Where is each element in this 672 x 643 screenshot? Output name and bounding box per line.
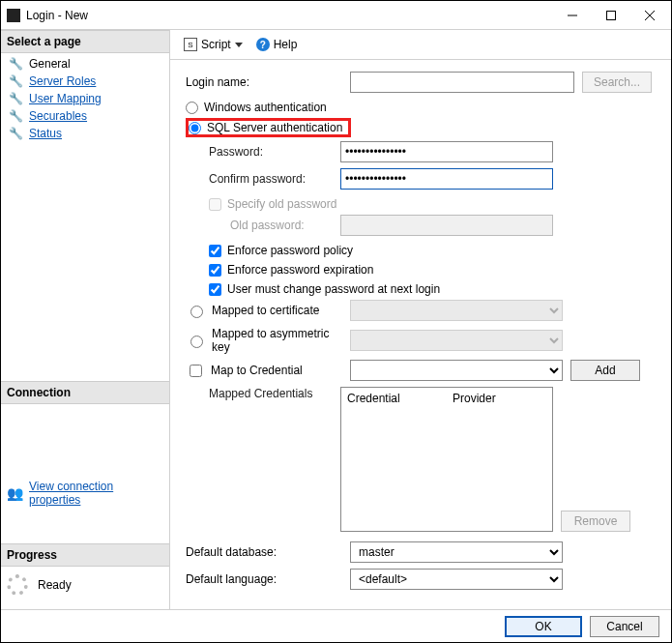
table-header-credential: Credential (341, 388, 447, 409)
enforce-expiration-label: Enforce password expiration (227, 263, 373, 277)
wrench-icon: 🔧 (9, 127, 23, 140)
page-item-status[interactable]: 🔧 Status (5, 125, 165, 142)
wrench-icon: 🔧 (9, 109, 23, 123)
page-item-server-roles[interactable]: 🔧 Server Roles (5, 73, 165, 90)
must-change-checkbox[interactable] (209, 283, 221, 296)
page-item-label: Securables (29, 109, 87, 123)
window-title: Login - New (26, 9, 553, 22)
page-item-label: User Mapping (29, 92, 102, 105)
view-connection-properties-link[interactable]: View connection properties (29, 480, 163, 507)
connection-properties-row: 👥 View connection properties (1, 472, 169, 514)
map-credential-checkbox[interactable] (190, 365, 202, 377)
page-list: 🔧 General 🔧 Server Roles 🔧 User Mapping … (1, 53, 169, 144)
default-language-label: Default language: (186, 572, 350, 586)
window-controls (553, 2, 669, 29)
mapped-credentials-table: Credential Provider (340, 387, 553, 532)
windows-auth-label: Windows authentication (204, 101, 327, 114)
map-credential-select[interactable] (350, 360, 563, 381)
password-input[interactable] (340, 141, 553, 162)
specify-old-password-label: Specify old password (227, 197, 336, 211)
cancel-button[interactable]: Cancel (590, 616, 659, 637)
progress-header: Progress (1, 543, 169, 567)
old-password-input (340, 215, 553, 236)
enforce-policy-checkbox[interactable] (209, 245, 221, 257)
help-icon: ? (256, 38, 270, 51)
script-icon: S (184, 38, 197, 51)
default-database-select[interactable]: master (350, 541, 563, 563)
specify-old-password-checkbox (209, 198, 221, 211)
help-label: Help (274, 38, 298, 51)
mapped-cert-select (350, 300, 563, 321)
enforce-expiration-checkbox[interactable] (209, 264, 221, 277)
select-page-header: Select a page (1, 30, 169, 53)
confirm-password-input[interactable] (340, 168, 553, 190)
confirm-password-label: Confirm password: (186, 172, 340, 186)
default-database-label: Default database: (186, 545, 350, 559)
progress-status: Ready (38, 578, 72, 592)
page-item-general[interactable]: 🔧 General (5, 55, 165, 73)
mapped-asym-label: Mapped to asymmetric key (212, 327, 350, 354)
right-panel: S Script ? Help Login name: Search... Wi… (169, 30, 671, 609)
remove-button: Remove (561, 511, 630, 532)
ok-button[interactable]: OK (505, 616, 582, 637)
default-language-select[interactable]: <default> (350, 569, 563, 590)
page-item-label: Status (29, 127, 62, 140)
mapped-credentials-label: Mapped Credentials (186, 387, 340, 400)
wrench-icon: 🔧 (9, 92, 23, 105)
sql-auth-radio[interactable] (189, 122, 201, 134)
table-header-provider: Provider (447, 388, 502, 409)
map-credential-label: Map to Credential (211, 364, 303, 377)
svg-rect-1 (607, 11, 616, 19)
people-icon: 👥 (7, 485, 23, 501)
wrench-icon: 🔧 (9, 57, 23, 71)
page-item-user-mapping[interactable]: 🔧 User Mapping (5, 90, 165, 107)
connection-header: Connection (1, 381, 169, 404)
title-bar: Login - New (1, 1, 671, 30)
script-label: Script (201, 38, 231, 51)
windows-auth-radio[interactable] (186, 102, 198, 114)
chevron-down-icon (235, 43, 243, 47)
progress-spinner-icon (7, 574, 28, 596)
page-item-label: Server Roles (29, 74, 96, 88)
mapped-asym-select (350, 330, 563, 351)
login-name-label: Login name: (186, 75, 350, 89)
minimize-button[interactable] (553, 2, 592, 29)
login-name-input[interactable] (350, 72, 574, 93)
password-label: Password: (186, 145, 340, 159)
search-button: Search... (582, 72, 652, 93)
left-panel: Select a page 🔧 General 🔧 Server Roles 🔧… (1, 30, 169, 609)
mapped-asym-radio[interactable] (190, 336, 203, 348)
enforce-policy-label: Enforce password policy (227, 244, 353, 257)
app-icon (7, 9, 20, 22)
close-button[interactable] (630, 2, 669, 29)
sql-auth-label: SQL Server authentication (207, 121, 342, 134)
progress-row: Ready (1, 567, 169, 609)
form-area: Login name: Search... Windows authentica… (170, 60, 671, 609)
page-item-label: General (29, 57, 71, 71)
sql-auth-highlight: SQL Server authentication (186, 118, 351, 137)
script-button[interactable]: S Script (180, 36, 247, 53)
page-item-securables[interactable]: 🔧 Securables (5, 107, 165, 125)
add-button[interactable]: Add (570, 360, 640, 381)
old-password-label: Old password: (186, 219, 340, 232)
toolbar: S Script ? Help (170, 30, 671, 60)
wrench-icon: 🔧 (9, 74, 23, 88)
mapped-cert-radio[interactable] (190, 306, 203, 318)
help-button[interactable]: ? Help (252, 36, 302, 53)
must-change-label: User must change password at next login (227, 282, 440, 296)
maximize-button[interactable] (592, 2, 630, 29)
dialog-footer: OK Cancel (1, 609, 671, 642)
mapped-cert-label: Mapped to certificate (212, 304, 319, 317)
